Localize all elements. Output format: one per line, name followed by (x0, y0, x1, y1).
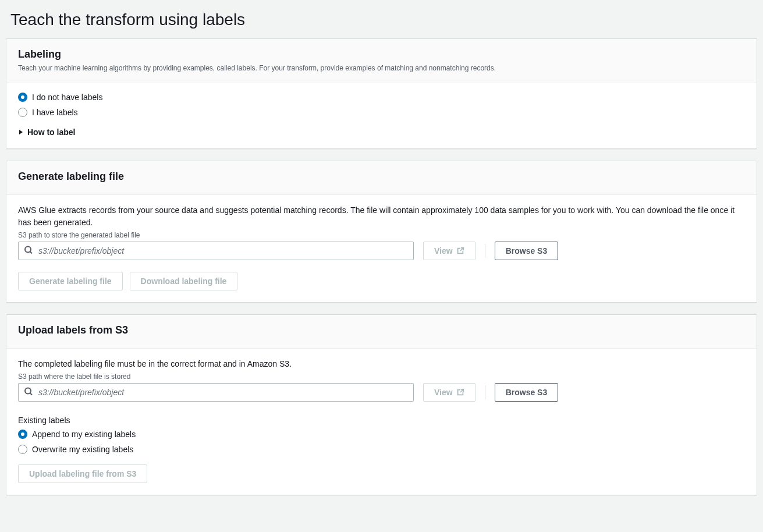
upload-panel: Upload labels from S3 The completed labe… (6, 314, 757, 495)
upload-body-text: The completed labeling file must be in t… (18, 358, 745, 370)
upload-button-row: Upload labeling file from S3 (18, 464, 745, 483)
browse-button-label: Browse S3 (506, 246, 548, 256)
external-link-icon (456, 247, 464, 255)
generate-input-row: View Browse S3 (18, 242, 745, 260)
labeling-panel-header: Labeling Teach your machine learning alg… (6, 39, 757, 83)
external-link-icon (456, 388, 464, 396)
radio-overwrite-label: Overwrite my existing labels (32, 445, 133, 454)
svg-point-1 (25, 247, 31, 253)
upload-button-label: Upload labeling file from S3 (29, 469, 136, 478)
generate-field-label: S3 path to store the generated label fil… (18, 231, 745, 239)
radio-icon (18, 445, 27, 454)
generate-s3-input[interactable] (18, 242, 414, 260)
upload-panel-body: The completed labeling file must be in t… (6, 349, 757, 495)
search-icon (24, 246, 33, 257)
svg-line-2 (30, 252, 32, 254)
svg-marker-0 (19, 130, 23, 134)
generate-view-button[interactable]: View (423, 242, 475, 260)
generate-body-text: AWS Glue extracts records from your sour… (18, 204, 745, 229)
divider (485, 244, 485, 258)
svg-point-4 (25, 388, 31, 394)
upload-panel-header: Upload labels from S3 (6, 315, 757, 349)
browse-button-label: Browse S3 (506, 388, 548, 397)
generate-panel-body: AWS Glue extracts records from your sour… (6, 195, 757, 302)
radio-overwrite[interactable]: Overwrite my existing labels (18, 445, 745, 454)
view-button-label: View (434, 246, 453, 256)
generate-s3-input-wrap (18, 242, 414, 260)
triangle-right-icon (18, 129, 24, 135)
download-button-label: Download labeling file (141, 276, 227, 286)
labeling-panel-body: I do not have labels I have labels How t… (6, 83, 757, 148)
generate-button-label: Generate labeling file (29, 276, 112, 286)
generate-labeling-file-button[interactable]: Generate labeling file (18, 272, 123, 290)
view-button-label: View (434, 388, 453, 397)
upload-browse-button[interactable]: Browse S3 (495, 383, 559, 402)
radio-icon (18, 430, 27, 439)
generate-panel-header: Generate labeling file (6, 161, 757, 195)
upload-s3-input-wrap (18, 383, 414, 402)
existing-labels-radio-group: Append to my existing labels Overwrite m… (18, 430, 745, 454)
labeling-radio-group: I do not have labels I have labels (18, 93, 745, 117)
radio-have-labels-label: I have labels (32, 108, 78, 117)
upload-input-row: View Browse S3 (18, 383, 745, 402)
upload-labeling-file-button[interactable]: Upload labeling file from S3 (18, 464, 147, 483)
generate-button-row: Generate labeling file Download labeling… (18, 272, 745, 290)
svg-line-5 (30, 393, 32, 395)
radio-have-labels[interactable]: I have labels (18, 108, 745, 117)
divider (485, 385, 485, 399)
radio-no-labels[interactable]: I do not have labels (18, 93, 745, 102)
existing-labels-label: Existing labels (18, 416, 745, 425)
download-labeling-file-button[interactable]: Download labeling file (130, 272, 238, 290)
generate-title: Generate labeling file (18, 171, 745, 183)
upload-s3-input[interactable] (18, 383, 414, 402)
labeling-subtitle: Teach your machine learning algorithms b… (18, 63, 745, 73)
generate-browse-button[interactable]: Browse S3 (495, 242, 559, 260)
how-to-label-text: How to label (27, 127, 75, 137)
labeling-title: Labeling (18, 48, 745, 61)
upload-title: Upload labels from S3 (18, 324, 745, 336)
existing-labels-section: Existing labels Append to my existing la… (18, 416, 745, 454)
upload-field-label: S3 path where the label file is stored (18, 373, 745, 381)
page-title: Teach the transform using labels (6, 6, 757, 38)
radio-icon (18, 93, 27, 102)
generate-panel: Generate labeling file AWS Glue extracts… (6, 161, 757, 303)
radio-append-label: Append to my existing labels (32, 430, 136, 439)
how-to-label-toggle[interactable]: How to label (18, 127, 745, 137)
radio-no-labels-label: I do not have labels (32, 93, 102, 102)
search-icon (24, 387, 33, 398)
labeling-panel: Labeling Teach your machine learning alg… (6, 38, 757, 149)
radio-icon (18, 108, 27, 117)
radio-append[interactable]: Append to my existing labels (18, 430, 745, 439)
upload-view-button[interactable]: View (423, 383, 475, 402)
